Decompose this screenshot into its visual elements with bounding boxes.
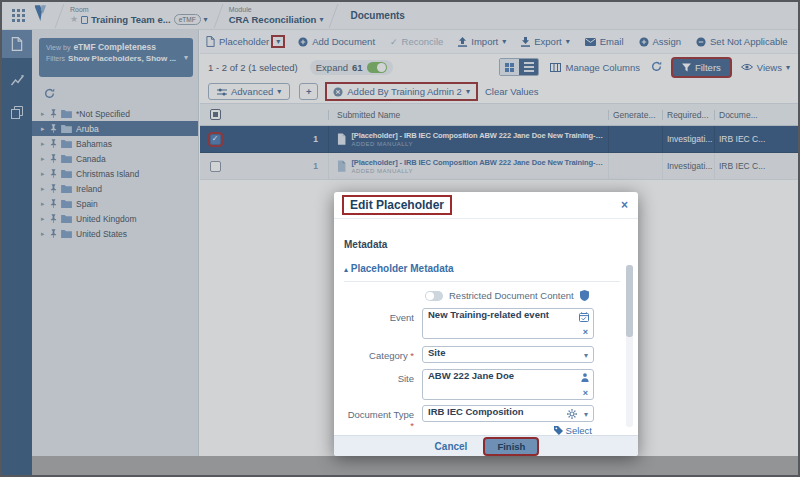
- modal-scrollbar[interactable]: [626, 265, 633, 427]
- category-label: Category: [369, 350, 408, 361]
- placeholder-metadata-section[interactable]: ▴ Placeholder Metadata: [344, 263, 454, 274]
- category-field-row: Category * Site ▾: [342, 346, 594, 363]
- clear-field-icon[interactable]: ×: [583, 328, 588, 337]
- site-input[interactable]: ABW 222 Jane Doe ×: [422, 369, 594, 400]
- event-input[interactable]: New Training-related event ×: [422, 308, 594, 339]
- modal-footer: Cancel Finish: [334, 435, 638, 456]
- required-asterisk: *: [410, 350, 414, 361]
- modal-header: Edit Placeholder ×: [334, 192, 638, 219]
- document-type-label: Document Type: [348, 409, 414, 420]
- site-label: Site: [342, 369, 422, 400]
- category-select[interactable]: Site ▾: [422, 346, 594, 363]
- edit-placeholder-modal: Edit Placeholder × Metadata ▴ Placeholde…: [334, 192, 638, 456]
- cancel-button[interactable]: Cancel: [435, 441, 468, 452]
- event-field-row: Event New Training-related event ×: [342, 308, 594, 339]
- calendar-icon[interactable]: [579, 312, 589, 324]
- site-field-row: Site ABW 222 Jane Doe ×: [342, 369, 594, 400]
- shield-icon: [580, 290, 589, 301]
- collapse-icon: ▴: [344, 265, 348, 274]
- restricted-content-toggle[interactable]: [425, 291, 443, 301]
- tag-icon: [554, 426, 563, 435]
- event-label: Event: [342, 308, 422, 339]
- chevron-down-icon[interactable]: ▾: [584, 410, 588, 419]
- metadata-heading: Metadata: [344, 239, 387, 250]
- required-asterisk: *: [410, 420, 414, 431]
- person-icon[interactable]: [581, 373, 589, 384]
- restricted-content-label: Restricted Document Content: [449, 290, 574, 301]
- scrollbar-thumb[interactable]: [626, 265, 633, 337]
- modal-body: Metadata ▴ Placeholder Metadata Restrict…: [334, 219, 638, 435]
- clear-field-icon[interactable]: ×: [583, 389, 588, 398]
- restricted-content-row: Restricted Document Content: [425, 290, 589, 301]
- close-icon[interactable]: ×: [621, 198, 628, 212]
- divider: [344, 281, 620, 282]
- select-document-type-link[interactable]: Select: [554, 425, 592, 436]
- document-type-select[interactable]: IRB IEC Composition ▾: [422, 405, 594, 422]
- chevron-down-icon[interactable]: ▾: [584, 351, 588, 360]
- gear-icon[interactable]: [567, 409, 577, 421]
- finish-button[interactable]: Finish: [485, 439, 537, 454]
- app-window: Room ★ Training Team e... eTMF ▾ Module …: [0, 0, 800, 477]
- modal-title: Edit Placeholder: [344, 197, 450, 213]
